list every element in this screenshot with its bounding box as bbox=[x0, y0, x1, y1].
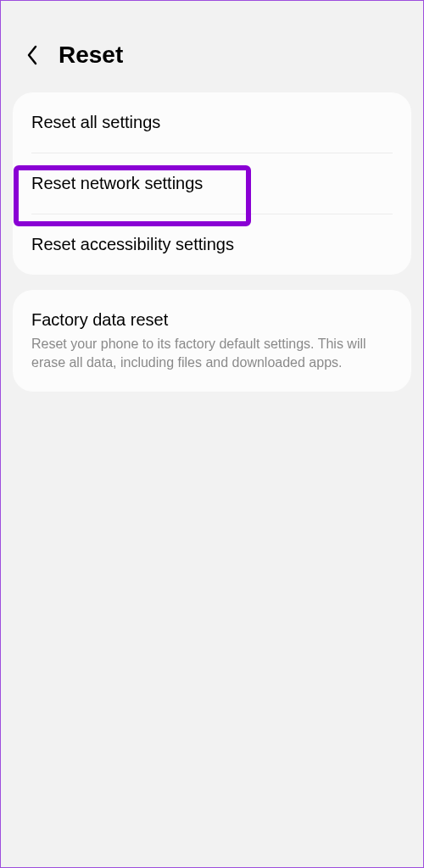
reset-options-card: Reset all settings Reset network setting… bbox=[13, 92, 411, 275]
factory-reset-card: Factory data reset Reset your phone to i… bbox=[13, 290, 411, 392]
list-item-description: Reset your phone to its factory default … bbox=[31, 335, 393, 371]
reset-all-settings-item[interactable]: Reset all settings bbox=[13, 92, 411, 153]
header: Reset bbox=[1, 1, 423, 92]
list-item-label: Reset all settings bbox=[31, 113, 393, 132]
page-title: Reset bbox=[59, 42, 123, 69]
reset-network-settings-item[interactable]: Reset network settings bbox=[13, 153, 411, 214]
list-item-label: Reset accessibility settings bbox=[31, 235, 393, 254]
reset-accessibility-settings-item[interactable]: Reset accessibility settings bbox=[13, 214, 411, 275]
factory-data-reset-item[interactable]: Factory data reset Reset your phone to i… bbox=[13, 290, 411, 392]
list-item-label: Reset network settings bbox=[31, 174, 393, 193]
list-item-label: Factory data reset bbox=[31, 310, 393, 330]
back-icon[interactable] bbox=[21, 44, 43, 66]
